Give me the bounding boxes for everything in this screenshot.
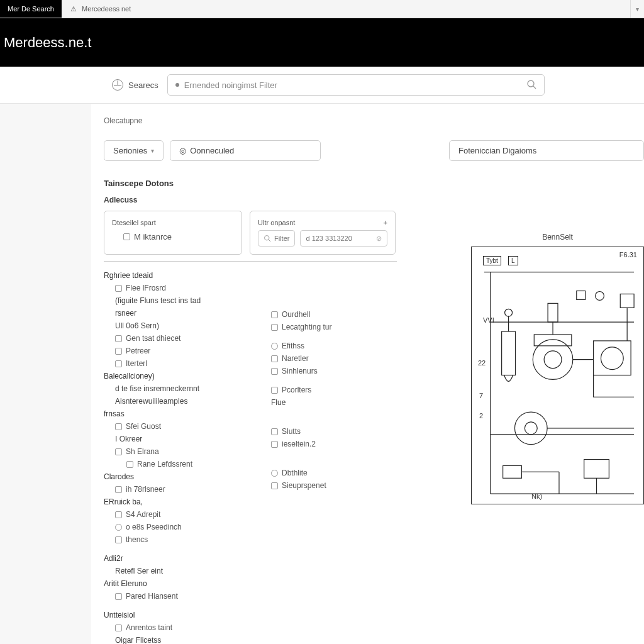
checkbox-icon[interactable]	[271, 311, 278, 318]
tree-item[interactable]: Sfei Guost	[104, 420, 241, 433]
radio-icon[interactable]	[271, 343, 278, 350]
tree-item-label: frnsas	[104, 408, 125, 419]
checkbox-icon[interactable]	[271, 387, 278, 394]
tree-heading: ERruick ba,	[104, 496, 241, 508]
checkbox-icon[interactable]	[115, 285, 122, 292]
tab-dropdown-button[interactable]: ▾	[630, 0, 644, 18]
tree-item[interactable]: Pcorlters	[260, 384, 397, 396]
checkbox-icon[interactable]	[115, 360, 122, 367]
search-row: Searecs Ernended noingimst Filter	[0, 67, 644, 104]
tree-item[interactable]: Petreer	[104, 345, 241, 357]
connected-filter-button[interactable]: ◎ Oonneculed	[170, 140, 321, 161]
tree-item[interactable]: Naretler	[260, 352, 397, 365]
search-label: Searecs	[128, 80, 158, 90]
checkbox-icon[interactable]	[115, 511, 122, 518]
checkbox-icon[interactable]	[271, 368, 278, 375]
tree-item[interactable]: Flee lFrosrd	[104, 282, 241, 294]
tree-item[interactable]: Efithss	[260, 340, 397, 352]
diagrams-filter-button[interactable]: Foteniccian Digaioms	[449, 140, 644, 161]
svg-rect-28	[584, 460, 609, 479]
section-title: Tainscepe Dotons	[104, 179, 644, 188]
svg-line-1	[533, 86, 536, 89]
tree-item[interactable]: Ourdhell	[260, 308, 397, 321]
tree-item[interactable]: Dbthlite	[260, 467, 397, 479]
plus-icon[interactable]: +	[384, 219, 387, 226]
tree-item-label: Balecallcioney)	[104, 370, 155, 382]
tree-item[interactable]: o e8s Pseedinch	[104, 521, 241, 533]
tree-item-label: o e8s Pseedinch	[126, 521, 182, 533]
tab-inactive[interactable]: ⚠ Mercedeess net	[62, 0, 138, 18]
checkbox-icon[interactable]	[115, 423, 122, 430]
tree-item-label: Adli2r	[104, 553, 123, 564]
checkbox-icon[interactable]	[271, 324, 278, 331]
tree-item[interactable]: S4 Adrepit	[104, 508, 241, 521]
checkbox-icon[interactable]	[115, 536, 122, 543]
tree-item[interactable]: Rane Lefdssrent	[104, 458, 241, 470]
checkbox-icon[interactable]	[271, 441, 278, 448]
tree-heading: Aritit Eleruno	[104, 577, 241, 590]
checkbox-icon[interactable]	[115, 593, 122, 600]
tree-item[interactable]: Pared Hiansent	[104, 590, 241, 602]
tree-col-right: OurdhellLecatghting turEfithssNaretlerSi…	[260, 269, 397, 644]
tree-item-label: (figuite Fluns tesct ins tad	[115, 295, 201, 306]
tree-item-label: ieseltein.2	[282, 438, 316, 450]
mechanical-drawing	[472, 247, 643, 503]
checkbox-icon[interactable]	[271, 428, 278, 435]
tree-item-label: Efithss	[282, 340, 304, 352]
tree-item[interactable]: Iterterl	[104, 357, 241, 370]
radio-icon[interactable]	[271, 470, 278, 477]
svg-rect-16	[548, 303, 558, 322]
tree-item[interactable]: ih 78rlsneer	[104, 483, 241, 496]
dot-icon	[175, 83, 179, 87]
panel-component: Ultr onpasnt + Filter d 123 3313220 ⊘	[250, 211, 396, 255]
tree-item-label: Aritit Eleruno	[104, 578, 147, 589]
search-placeholder: Ernended noingimst Filter	[184, 80, 277, 90]
tree-item-label: Iterterl	[126, 358, 147, 369]
svg-point-31	[596, 291, 604, 300]
checkbox-icon[interactable]	[126, 461, 133, 468]
tree-item[interactable]: Slutts	[260, 425, 397, 438]
tree-item[interactable]: Anrentos taint	[104, 621, 241, 634]
search-icon	[526, 79, 536, 91]
left-gutter	[0, 104, 91, 644]
checkbox-icon[interactable]	[271, 482, 278, 489]
checkbox-icon[interactable]	[123, 233, 130, 240]
tree-item[interactable]: thencs	[104, 533, 241, 546]
tree-heading: Untteisiol	[104, 609, 241, 621]
tree-item: Aisnterewuilileamples	[104, 395, 241, 408]
tab-active-label: Mer De Search	[8, 5, 54, 13]
search-input[interactable]: Ernended noingimst Filter	[167, 74, 545, 96]
tree-item: I Okreer	[104, 433, 241, 445]
code-mini-input[interactable]: d 123 3313220 ⊘	[300, 230, 387, 247]
tree-item[interactable]: ieseltein.2	[260, 438, 397, 450]
checkbox-icon[interactable]	[115, 448, 122, 455]
tree-item[interactable]: Sieuprspenet	[260, 479, 397, 492]
tree-item[interactable]: Sinhlenurs	[260, 365, 397, 377]
checkbox-icon[interactable]	[115, 335, 122, 342]
tree-item[interactable]: Gen tsat dhiecet	[104, 332, 241, 345]
series-filter-button[interactable]: Serionies ▾	[104, 140, 164, 161]
tree-item: (figuite Fluns tesct ins tad	[104, 294, 241, 307]
tree-item-label: Flue	[271, 397, 286, 408]
browser-tabs: Mer De Search ⚠ Mercedeess net ▾	[0, 0, 644, 18]
technical-diagram[interactable]: Tybt L F6.31 VVI 22 7 2 Nk)	[471, 247, 644, 504]
clear-icon[interactable]: ⊘	[376, 235, 382, 243]
checkbox-icon[interactable]	[115, 625, 122, 631]
checkbox-icon[interactable]	[271, 355, 278, 362]
tree-item: rsneer	[104, 307, 241, 319]
radio-icon[interactable]	[115, 524, 122, 531]
tab-active[interactable]: Mer De Search	[0, 0, 62, 18]
subsection-title: Adlecuss	[104, 196, 644, 204]
tree-item-label: Retefl Ser eint	[115, 565, 163, 577]
filter-mini-input[interactable]: Filter	[258, 230, 295, 247]
tree-item: Flue	[260, 396, 397, 409]
panel-model-item[interactable]: M iktanrce	[112, 230, 234, 244]
tree-item[interactable]: Sh Elrana	[104, 445, 241, 458]
panel-component-head-label: Ultr onpasnt	[258, 219, 295, 226]
svg-point-0	[528, 80, 534, 87]
tree-item[interactable]: Lecatghting tur	[260, 321, 397, 333]
tree-item-label: rsneer	[115, 308, 136, 319]
filter-mini-label: Filter	[274, 235, 289, 242]
checkbox-icon[interactable]	[115, 486, 122, 493]
checkbox-icon[interactable]	[115, 348, 122, 355]
